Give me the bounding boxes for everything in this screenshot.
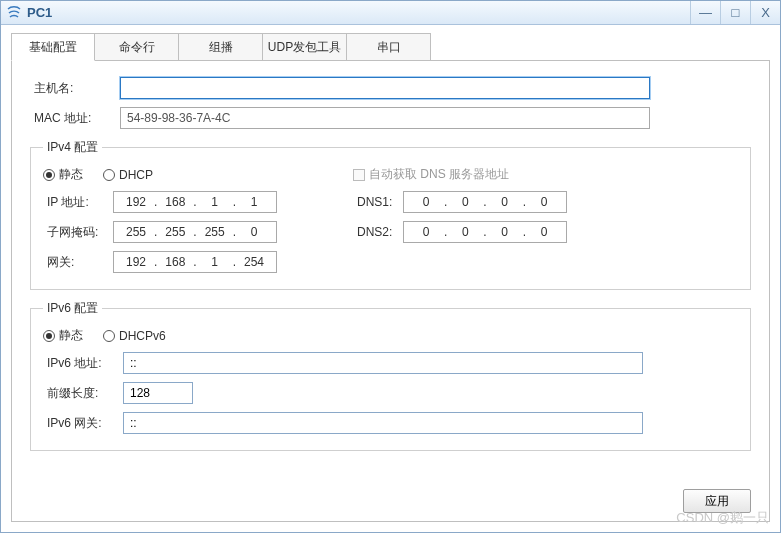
tab-page-basic: 主机名: MAC 地址: IPv4 配置 静态 DHCP IP 地址: 1 (11, 61, 770, 522)
mask-label: 子网掩码: (43, 224, 113, 241)
tab-filler (431, 33, 770, 61)
client-area: 基础配置 命令行 组播 UDP发包工具 串口 主机名: MAC 地址: IPv4… (1, 25, 780, 532)
close-button[interactable]: X (750, 1, 780, 24)
mac-input (120, 107, 650, 129)
tab-basic[interactable]: 基础配置 (11, 33, 95, 61)
ipv6-radio-static[interactable]: 静态 (43, 327, 83, 344)
group-ipv6: IPv6 配置 静态 DHCPv6 IPv6 地址: 前缀长度: IPv6 网关… (30, 300, 751, 451)
window-title: PC1 (27, 5, 690, 20)
ipv4-radio-dhcp[interactable]: DHCP (103, 168, 153, 182)
apply-button[interactable]: 应用 (683, 489, 751, 513)
ipv6-radio-dhcp[interactable]: DHCPv6 (103, 329, 166, 343)
ipv6-legend: IPv6 配置 (43, 300, 102, 317)
window-buttons: — □ X (690, 1, 780, 24)
ipv6-addr-input[interactable] (123, 352, 643, 374)
ipv6-addr-label: IPv6 地址: (43, 355, 123, 372)
ipv6-gw-label: IPv6 网关: (43, 415, 123, 432)
mac-label: MAC 地址: (30, 110, 120, 127)
ipv6-prefix-label: 前缀长度: (43, 385, 123, 402)
tab-cli[interactable]: 命令行 (95, 33, 179, 61)
ip-input[interactable]: 192.168.1.1 (113, 191, 277, 213)
tab-serial[interactable]: 串口 (347, 33, 431, 61)
group-ipv4: IPv4 配置 静态 DHCP IP 地址: 192.168.1.1 子网掩码:… (30, 139, 751, 290)
row-mac: MAC 地址: (30, 107, 751, 129)
tab-udp[interactable]: UDP发包工具 (263, 33, 347, 61)
maximize-button[interactable]: □ (720, 1, 750, 24)
minimize-button[interactable]: — (690, 1, 720, 24)
title-bar[interactable]: PC1 — □ X (1, 1, 780, 25)
hostname-label: 主机名: (30, 80, 120, 97)
ipv6-gw-input[interactable] (123, 412, 643, 434)
ipv4-legend: IPv4 配置 (43, 139, 102, 156)
ipv6-prefix-input[interactable] (123, 382, 193, 404)
mask-input[interactable]: 255.255.255.0 (113, 221, 277, 243)
dns1-input[interactable]: 0.0.0.0 (403, 191, 567, 213)
app-window: PC1 — □ X 基础配置 命令行 组播 UDP发包工具 串口 主机名: MA… (0, 0, 781, 533)
dns2-input[interactable]: 0.0.0.0 (403, 221, 567, 243)
auto-dns-checkbox[interactable]: 自动获取 DNS 服务器地址 (353, 166, 509, 183)
tab-multicast[interactable]: 组播 (179, 33, 263, 61)
hostname-input[interactable] (120, 77, 650, 99)
row-hostname: 主机名: (30, 77, 751, 99)
dns1-label: DNS1: (353, 195, 403, 209)
tab-bar: 基础配置 命令行 组播 UDP发包工具 串口 (11, 33, 770, 61)
ip-label: IP 地址: (43, 194, 113, 211)
gw-label: 网关: (43, 254, 113, 271)
ipv4-radio-static[interactable]: 静态 (43, 166, 83, 183)
gw-input[interactable]: 192.168.1.254 (113, 251, 277, 273)
dns2-label: DNS2: (353, 225, 403, 239)
app-icon (6, 5, 22, 21)
